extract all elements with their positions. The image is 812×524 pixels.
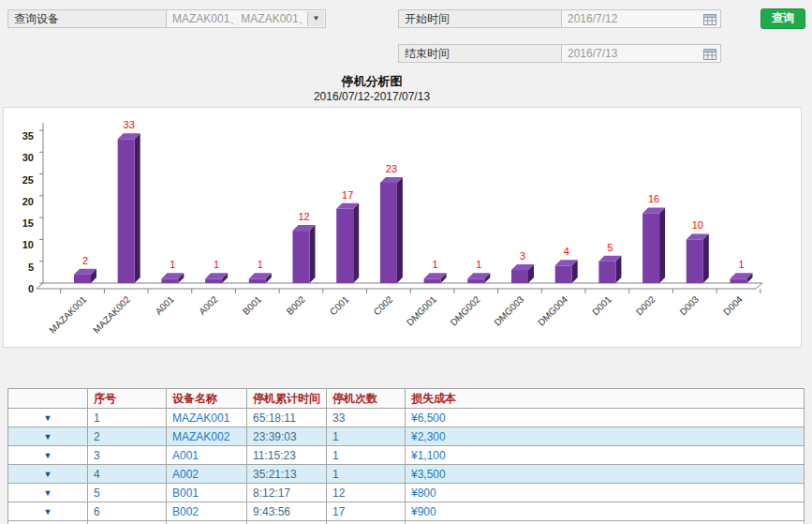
cell-device-name: B001 (167, 484, 247, 502)
bar-DMG002 (467, 273, 490, 283)
cell-loss-cost: ¥6,500 (406, 409, 805, 427)
bar-B002 (293, 225, 316, 283)
x-axis-category-label: D003 (678, 293, 701, 317)
cell-loss-cost: ¥800 (406, 484, 805, 502)
cell-downtime-total: 65:18:11 (247, 409, 327, 427)
y-axis-tick-label: 35 (22, 130, 34, 142)
bar-D004 (731, 273, 753, 283)
x-axis-category-label: DMG001 (405, 293, 438, 327)
cell-device-name: MAZAK001 (167, 409, 247, 427)
expand-arrow-icon[interactable]: ▼ (8, 502, 88, 521)
bar-value-label: 12 (298, 211, 309, 222)
expand-arrow-icon[interactable]: ▼ (8, 409, 88, 427)
bar-value-label: 16 (648, 193, 659, 204)
empty-cell (167, 521, 247, 524)
cell-device-name: MAZAK002 (167, 427, 247, 446)
cell-loss-cost: ¥1,100 (406, 446, 805, 465)
col-device-name: 设备名称 (167, 389, 247, 409)
bar-value-label: 2 (82, 255, 88, 266)
cell-downtime-total: 9:43:56 (247, 502, 327, 521)
calendar-icon[interactable] (703, 48, 716, 60)
bar-MAZAK002 (118, 133, 140, 283)
col-downtime-total: 停机累计时间 (247, 389, 327, 409)
col-downtime-count: 停机次数 (327, 389, 406, 409)
bar-C002 (380, 177, 403, 283)
expand-arrow-icon[interactable]: ▼ (8, 446, 88, 465)
y-axis-tick-label: 10 (22, 239, 34, 250)
device-query-label: 查询设备 (7, 9, 167, 28)
bar-value-label: 4 (564, 246, 569, 257)
cell-downtime-count: 17 (327, 502, 406, 521)
cell-no: 1 (88, 409, 167, 427)
cell-no: 3 (88, 446, 167, 465)
bar-value-label: 5 (607, 242, 613, 253)
bar-value-label: 23 (386, 163, 397, 174)
cell-loss-cost: ¥3,500 (406, 465, 805, 484)
bar-value-label: 1 (170, 259, 175, 270)
bar-value-label: 1 (214, 259, 219, 270)
device-select[interactable]: MAZAK001、MAZAK001、A0 ▼ (166, 9, 326, 28)
bar-value-label: 1 (476, 259, 481, 270)
expand-arrow-icon[interactable]: ▼ (8, 484, 88, 502)
search-button[interactable]: 查询 (760, 8, 805, 29)
bar-value-label: 1 (258, 259, 263, 270)
table-header-row: 序号 设备名称 停机累计时间 停机次数 损失成本 (8, 389, 805, 409)
y-axis-tick-label: 25 (22, 174, 34, 186)
y-axis-tick-label: 0 (28, 283, 34, 294)
cell-no: 6 (88, 502, 167, 521)
expand-arrow-icon[interactable]: ▼ (8, 465, 88, 484)
cell-downtime-count: 1 (327, 427, 406, 446)
chevron-down-icon[interactable]: ▼ (307, 11, 324, 26)
cell-downtime-count: 12 (327, 484, 406, 502)
x-axis-category-label: DMG004 (536, 293, 569, 327)
col-no: 序号 (88, 389, 167, 409)
cell-no: 5 (88, 484, 167, 502)
bar-D002 (642, 207, 665, 283)
expand-arrow-icon[interactable]: ▼ (8, 427, 88, 446)
x-axis-category-label: D004 (721, 293, 745, 317)
cell-loss-cost: ¥2,300 (406, 427, 805, 446)
bar-value-label: 3 (520, 250, 525, 262)
y-axis-tick-label: 20 (22, 196, 34, 207)
cell-no: 2 (88, 427, 167, 446)
bar-DMG003 (511, 264, 534, 283)
empty-cell (8, 521, 88, 524)
x-axis-category-label: C002 (372, 293, 395, 317)
cell-downtime-count: 1 (327, 446, 406, 465)
empty-cell (327, 521, 406, 524)
x-axis-category-label: MAZAK002 (91, 293, 132, 335)
bar-DMG001 (424, 273, 447, 283)
cell-device-name: B002 (167, 502, 247, 521)
start-date-input[interactable]: 2016/7/12 (561, 9, 721, 28)
bar-C001 (336, 203, 359, 283)
x-axis-category-label: B002 (285, 293, 308, 317)
cell-loss-cost: ¥900 (406, 502, 805, 521)
calendar-icon[interactable] (703, 13, 716, 25)
bar-D001 (598, 256, 621, 283)
table-row: ▼5B0018:12:1712¥800 (8, 484, 805, 502)
downtime-bar-chart: 051015202530352331111217231134516101MAZA… (4, 108, 801, 347)
chart-subtitle: 2016/07/12-2017/07/13 (0, 90, 744, 103)
x-axis-category-label: A001 (154, 293, 177, 317)
cell-no: 4 (88, 465, 167, 484)
cell-downtime-total: 11:15:23 (247, 446, 327, 465)
bar-A001 (161, 273, 184, 283)
cell-downtime-total: 23:39:03 (247, 427, 327, 446)
end-date-value: 2016/7/13 (568, 47, 617, 60)
bar-value-label: 1 (433, 259, 438, 270)
bar-D003 (687, 233, 709, 283)
start-date-value: 2016/7/12 (568, 12, 617, 25)
empty-cell (247, 521, 327, 524)
col-loss-cost: 损失成本 (406, 389, 805, 409)
cell-device-name: A002 (167, 465, 247, 484)
cell-downtime-total: 35:21:13 (247, 465, 327, 484)
cell-downtime-count: 33 (327, 409, 406, 427)
cell-downtime-total: 8:12:17 (247, 484, 327, 502)
chart-panel: 051015202530352331111217231134516101MAZA… (3, 107, 802, 348)
empty-cell (406, 521, 805, 524)
empty-cell (88, 521, 167, 524)
end-date-input[interactable]: 2016/7/13 (561, 44, 721, 63)
table-row: ▼6B0029:43:5617¥900 (8, 502, 805, 521)
x-axis-category-label: MAZAK001 (47, 293, 88, 335)
table-row: ▼1MAZAK00165:18:1133¥6,500 (8, 409, 805, 427)
